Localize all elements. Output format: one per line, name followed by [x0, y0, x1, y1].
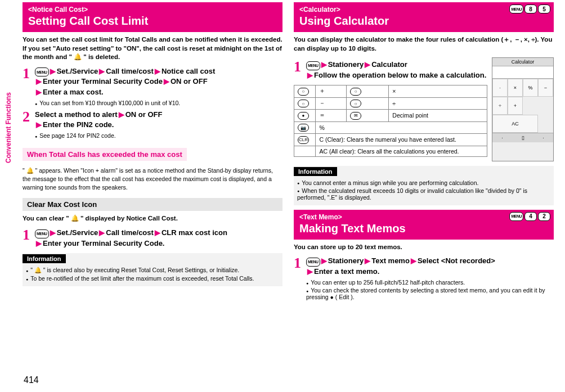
cell-value: ＋	[316, 85, 347, 98]
step2-text: ON or OFF	[125, 110, 163, 119]
information-box: Information " 🔔 " is cleared also by exe…	[23, 253, 282, 286]
center-key-icon: ●	[298, 112, 309, 120]
crumb: Enter your Terminal Security Code.	[43, 239, 164, 247]
shortcut-key-icon: 2	[538, 212, 550, 221]
step-1-clear: 1 MENU▶Set./Service▶Call time/cost▶CLR m…	[23, 228, 282, 249]
note: You can set from ¥10 through ¥100,000 in…	[35, 100, 282, 106]
table-row: 📷 %	[294, 121, 487, 134]
section-tag: <Notice Call Cost>	[28, 6, 277, 13]
note: See page 124 for PIN2 code.	[35, 132, 282, 139]
shortcut-key-icon: 8	[524, 4, 537, 13]
dpad-icon: ○	[350, 88, 361, 96]
cell-value: C (Clear): Clears the numeral you have e…	[316, 134, 487, 146]
clr-key-icon: CLR	[298, 136, 309, 144]
information-label: Information	[23, 254, 66, 263]
step-number: 1	[23, 228, 33, 249]
calc-btn: ÷	[492, 97, 508, 115]
info-item: You cannot enter a minus sign while you …	[297, 179, 550, 186]
calc-btn: AC	[492, 115, 538, 133]
info-item: When the calculated result exceeds 10 di…	[297, 187, 550, 201]
crumb: Stationery	[328, 60, 364, 69]
section-head-text-memo: <Text Memo> Making Text Memos MENU 4 2	[294, 210, 554, 240]
crumb: Enter a max cost.	[43, 88, 104, 96]
step-number: 1	[294, 256, 304, 277]
menu-key-icon: MENU	[35, 229, 49, 238]
information-box: Information You cannot enter a minus sig…	[294, 166, 554, 205]
section-title: Using Calculator	[299, 15, 548, 28]
screenshot-title: Calculator	[492, 58, 553, 66]
calculator-key-table: ○ ＋ ○ × ○ － ○ ÷ ● ＝ ✉ De	[294, 85, 487, 157]
shortcut-key-icon: 5	[538, 4, 550, 13]
side-tab-label: Convenient Functions	[5, 92, 12, 163]
page-number: 414	[24, 375, 39, 385]
info-item: " 🔔 " is cleared also by executing Reset…	[26, 267, 279, 274]
calc-btn: +	[508, 97, 523, 115]
step-number: 1	[23, 66, 33, 97]
step-number: 2	[23, 110, 33, 130]
sub-heading-clear-icon: Clear Max Cost Icon	[23, 198, 282, 211]
menu-key-icon: MENU	[509, 212, 523, 221]
step-1: 1 MENU▶Set./Service▶Call time/cost▶Notic…	[23, 66, 282, 97]
cell-value: Decimal point	[389, 110, 487, 122]
crumb: Notice call cost	[162, 67, 215, 75]
step-2: 2 Select a method to alert▶ON or OFF ▶En…	[23, 110, 282, 130]
crumb: Text memo	[371, 256, 410, 265]
note: You can check the stored contents by sel…	[306, 287, 554, 300]
crumb: Set./Service	[57, 67, 98, 75]
crumb: ON or OFF	[171, 77, 208, 85]
crumb: CLR max cost icon	[162, 228, 227, 237]
crumb: Enter your Terminal Security Code	[43, 77, 163, 85]
memo-step-1: 1 MENU▶Stationery▶Text memo▶Select <Not …	[294, 256, 554, 277]
menu-key-icon: MENU	[509, 4, 523, 13]
crumb: Call time/cost	[106, 228, 154, 237]
mail-key-icon: ✉	[350, 112, 361, 120]
step-number: 1	[294, 60, 304, 80]
cell-value: %	[316, 121, 487, 134]
memo-notes: You can enter up to 256 full-pitch/512 h…	[306, 279, 554, 300]
crumb: Calculator	[371, 60, 407, 69]
sub-heading-exceeded: When Total Calls has exceeded the max co…	[23, 148, 187, 161]
calc-btn: %	[523, 79, 538, 97]
calc-btn: −	[538, 79, 553, 97]
crumb: Call time/cost	[106, 67, 154, 75]
calc-btn: ×	[508, 79, 523, 97]
calc-intro: You can display the calculator to make t…	[294, 35, 554, 53]
left-column: <Notice Call Cost> Setting Call Cost Lim…	[23, 2, 282, 304]
calc-btn: ·	[492, 79, 508, 97]
section-title: Making Text Memos	[299, 222, 548, 235]
crumb: Follow the operation below to make a cal…	[314, 71, 486, 79]
calc-step-1: 1 MENU▶Stationery▶Calculator ▶Follow the…	[294, 60, 487, 80]
table-row: ○ ＋ ○ ×	[294, 85, 487, 98]
crumb: Set./Service	[57, 228, 98, 237]
section-head-notice-call-cost: <Notice Call Cost> Setting Call Cost Lim…	[23, 2, 282, 32]
clear-icon-intro: You can clear " 🔔 " displayed by Notice …	[23, 214, 282, 223]
information-label: Information	[294, 167, 337, 176]
dpad-icon: ○	[298, 100, 309, 107]
calculator-screenshot: Calculator · × % − ÷ + AC ·▯·	[492, 57, 554, 161]
note: You can enter up to 256 full-pitch/512 h…	[306, 279, 554, 286]
step1-notes: You can set from ¥10 through ¥100,000 in…	[35, 100, 282, 106]
menu-key-icon: MENU	[306, 61, 320, 70]
intro-text: You can set the call cost limit for Tota…	[23, 35, 282, 62]
table-row: ○ － ○ ÷	[294, 97, 487, 110]
memo-intro: You can store up to 20 text memos.	[294, 243, 554, 252]
section-head-calculator: <Calculator> Using Calculator MENU 8 5	[294, 2, 554, 32]
table-row: ● ＝ ✉ Decimal point	[294, 110, 487, 122]
table-row: CLR C (Clear): Clears the numeral you ha…	[294, 134, 487, 146]
crumb: Enter a text memo.	[314, 267, 379, 276]
menu-key-icon: MENU	[35, 67, 49, 76]
cell-value: ＝	[316, 110, 347, 122]
step2-notes: See page 124 for PIN2 code.	[35, 132, 282, 139]
info-item: To be re-notified of the set limit after…	[26, 275, 279, 282]
dpad-icon: ○	[298, 88, 309, 96]
section-title: Setting Call Cost Limit	[28, 15, 277, 28]
shortcut-key-icon: 4	[524, 212, 537, 221]
right-column: <Calculator> Using Calculator MENU 8 5 Y…	[294, 2, 554, 304]
step2-text: Select a method to alert	[35, 110, 118, 119]
crumb: Select <Not recorded>	[418, 256, 495, 265]
menu-key-icon: MENU	[306, 258, 320, 267]
camera-key-icon: 📷	[298, 124, 309, 132]
cell-value: AC (All clear): Clears all the calculati…	[316, 146, 487, 156]
cell-value: ×	[389, 85, 487, 98]
exceeded-body: " 🔔 " appears. When "Icon + alarm" is se…	[23, 166, 282, 191]
